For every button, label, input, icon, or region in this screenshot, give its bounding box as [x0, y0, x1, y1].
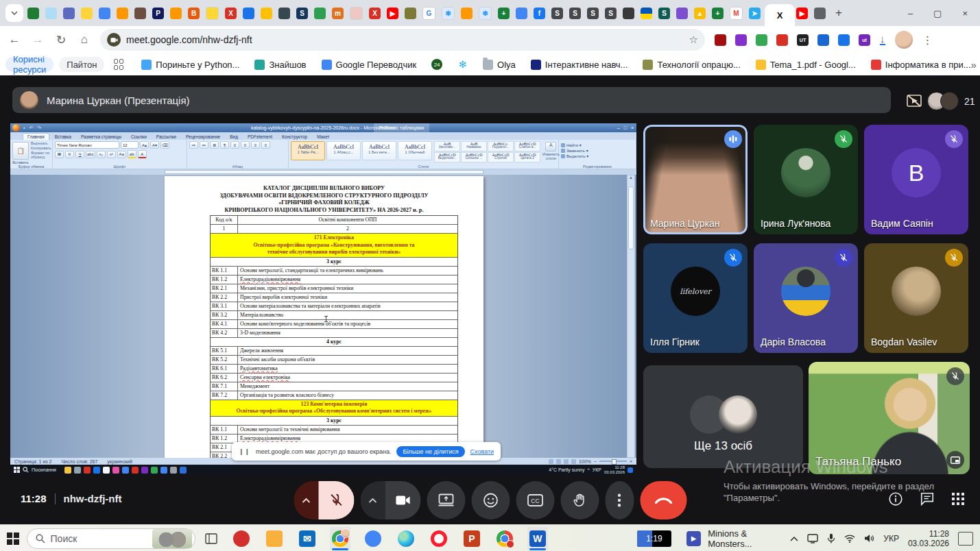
bookmark-item[interactable]: Olya: [483, 60, 516, 70]
editing-Заменить[interactable]: Заменить ▾: [561, 148, 634, 153]
taskbar-app[interactable]: [231, 527, 252, 550]
bookmark-item[interactable]: Tema_1.pdf - Googl...: [756, 60, 856, 70]
taskbar-app[interactable]: [264, 527, 285, 550]
shared-app-icon[interactable]: [122, 467, 129, 474]
microphone-icon[interactable]: [827, 533, 835, 543]
paragraph-button[interactable]: ≕: [200, 141, 208, 149]
bookmark-item[interactable]: ✻: [457, 60, 468, 70]
zoom-in-button[interactable]: +: [630, 459, 632, 464]
bookmark-item[interactable]: Інтерактивне навч...: [531, 60, 628, 70]
extension-icon[interactable]: [838, 34, 850, 46]
pinned-tab[interactable]: S: [296, 8, 308, 19]
bookmark-chip-resources[interactable]: Корисні ресурси: [5, 57, 53, 72]
downloads-button[interactable]: ↓: [880, 34, 885, 45]
taskbar-app[interactable]: [363, 527, 383, 550]
view-draft-icon[interactable]: [571, 459, 576, 464]
active-tab[interactable]: X: [765, 4, 795, 26]
document-area[interactable]: КАТАЛОГ ДИСЦИПЛІН ВІЛЬНОГО ВИБОРУЗДОБУВА…: [10, 175, 636, 458]
pinned-tab[interactable]: [243, 8, 254, 19]
participant-tile[interactable]: Марина Цуркан: [643, 125, 748, 234]
style-chip[interactable]: AaBbCcDСтрогий: [488, 152, 514, 162]
window-minimize-button[interactable]: –: [908, 8, 913, 19]
pinned-tab[interactable]: ▶: [387, 8, 398, 19]
battery-timer-widget[interactable]: 1:19: [637, 530, 671, 547]
editing-Выделить[interactable]: Выделить ▾: [561, 154, 634, 158]
editing-Найти[interactable]: Найти ▾: [561, 143, 634, 147]
bookmark-chip-python[interactable]: Пайтон: [59, 57, 104, 72]
highlight-color-button[interactable]: ab: [128, 150, 136, 158]
paragraph-button[interactable]: ≡: [251, 141, 260, 149]
style-chip[interactable]: AaBbCcI1 Абзац с...: [326, 141, 361, 160]
camera-options-button[interactable]: [360, 481, 385, 519]
font-button[interactable]: Aa: [117, 151, 126, 158]
pinned-tab[interactable]: ▲: [694, 8, 706, 19]
word-minimize[interactable]: –: [617, 125, 620, 130]
font-button[interactable]: К: [65, 151, 74, 158]
pinned-tab[interactable]: [676, 8, 688, 19]
taskbar-app[interactable]: [396, 527, 416, 550]
shared-lang[interactable]: УКР: [593, 467, 601, 472]
pinned-tab[interactable]: G: [422, 7, 435, 20]
extension-icon[interactable]: [817, 34, 829, 46]
extension-icon[interactable]: [715, 34, 726, 46]
browser-menu-button[interactable]: ⋮: [922, 34, 933, 47]
pinned-tab[interactable]: ❄: [479, 7, 492, 20]
shared-app-icon[interactable]: [141, 467, 148, 474]
shared-start-icon[interactable]: [14, 467, 20, 473]
style-chip[interactable]: AaBbCc.Подзагол...: [488, 141, 514, 151]
pinned-tab[interactable]: B: [188, 8, 200, 19]
format-painter-button[interactable]: Формат по образцу: [31, 151, 51, 159]
bookmark-item[interactable]: Технології опрацю...: [643, 60, 740, 70]
ribbon-tab-PDFelement[interactable]: PDFelement: [243, 134, 276, 140]
pinned-tab[interactable]: P: [152, 8, 164, 19]
clear-format-button[interactable]: ⌫: [160, 141, 169, 149]
raise-hand-button[interactable]: [560, 481, 599, 519]
ribbon-tab-Макет[interactable]: Макет: [313, 134, 333, 140]
media-control[interactable]: ▶ Minions & Monsters...: [686, 528, 790, 549]
bookmark-item[interactable]: Пориньте у Python...: [141, 60, 239, 70]
tab-search-button[interactable]: [5, 4, 23, 22]
pinned-tab[interactable]: [814, 8, 826, 19]
font-button[interactable]: Ч: [75, 151, 84, 158]
font-size-select[interactable]: 12: [121, 141, 139, 149]
participants-button[interactable]: 21: [927, 92, 975, 110]
back-button[interactable]: ←: [5, 33, 23, 47]
table-tools-tab[interactable]: Работа с таблицами: [374, 123, 430, 132]
shared-app-icon[interactable]: [170, 467, 177, 474]
font-button[interactable]: Ж: [55, 151, 64, 158]
pinned-tab[interactable]: S: [658, 8, 670, 19]
stop-sharing-button[interactable]: Більше не ділитися: [396, 446, 464, 457]
shared-app-icon[interactable]: [103, 467, 110, 474]
shared-app-icon[interactable]: [132, 467, 139, 474]
chat-icon[interactable]: [920, 491, 935, 506]
reactions-button[interactable]: [471, 481, 510, 519]
word-maximize[interactable]: □: [624, 125, 627, 130]
shrink-font-button[interactable]: А▾: [150, 141, 159, 149]
present-button[interactable]: [427, 481, 465, 519]
vertical-scrollbar[interactable]: ▲: [627, 175, 635, 458]
view-outline-icon[interactable]: [564, 459, 569, 464]
info-icon[interactable]: [888, 491, 903, 506]
ribbon-tab-Главная[interactable]: Главная: [23, 133, 49, 140]
taskbar-app[interactable]: P: [462, 527, 482, 550]
document-page[interactable]: КАТАЛОГ ДИСЦИПЛІН ВІЛЬНОГО ВИБОРУЗДОБУВА…: [165, 176, 483, 458]
zoom-out-button[interactable]: −: [594, 459, 597, 464]
shared-app-icon[interactable]: [74, 467, 81, 474]
taskbar-app[interactable]: [429, 527, 449, 550]
paragraph-button[interactable]: ≔: [189, 141, 198, 149]
pinned-tab[interactable]: +: [712, 8, 724, 19]
shared-weather[interactable]: 4°C Partly sunny: [549, 467, 584, 472]
style-chip[interactable]: AaBbCcDСильное ...: [461, 152, 487, 162]
search-highlight-image[interactable]: [152, 529, 192, 548]
address-bar[interactable]: meet.google.com/nhw-dzfj-nft ☆: [100, 29, 705, 51]
style-chip[interactable]: AaBbCcI1 Без инте...: [362, 141, 396, 160]
presentation-off-button[interactable]: [901, 90, 927, 111]
pinned-tab[interactable]: +: [498, 8, 510, 19]
copy-button[interactable]: Копировать: [31, 146, 51, 150]
ribbon-tab-Ссылки[interactable]: Ссылки: [127, 134, 151, 140]
style-chip[interactable]: AaBbCcDЦитата 2: [514, 152, 540, 162]
captions-button[interactable]: CC: [516, 481, 554, 519]
pinned-tab[interactable]: S: [605, 8, 617, 19]
pinned-tab[interactable]: [516, 8, 527, 19]
pinned-tab[interactable]: [641, 8, 652, 19]
